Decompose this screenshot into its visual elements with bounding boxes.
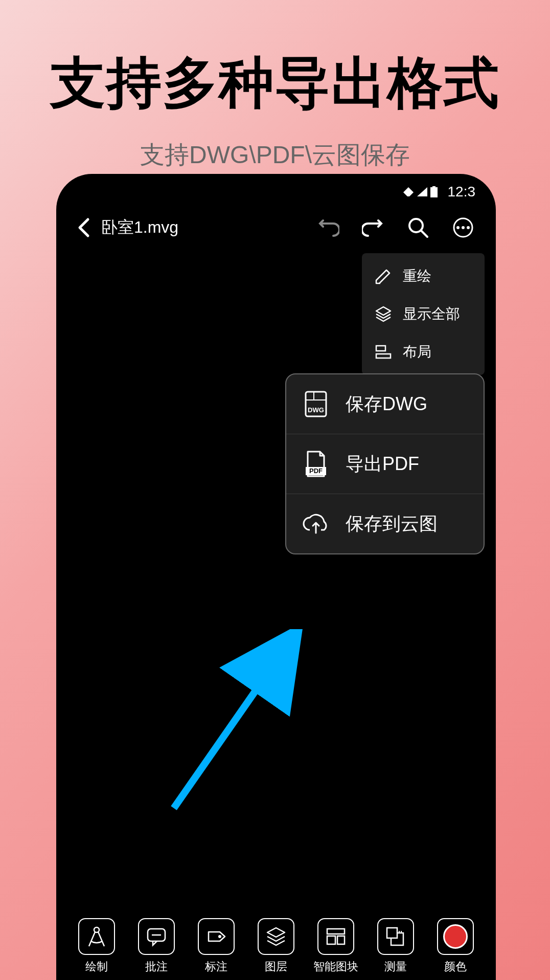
tool-label: 批注 (145, 959, 168, 974)
signal-icon (417, 187, 427, 196)
svg-rect-24 (337, 936, 345, 944)
svg-point-18 (94, 927, 99, 932)
export-menu: DWG 保存DWG PDF 导出PDF 保存到云图 (285, 373, 485, 554)
pencil-icon (374, 267, 393, 285)
dropdown-label: 重绘 (403, 266, 431, 286)
tag-icon (204, 925, 228, 948)
grid-icon (324, 925, 348, 948)
back-button[interactable] (72, 215, 96, 240)
svg-point-6 (462, 226, 465, 229)
tool-measure[interactable]: 测量 (370, 918, 421, 974)
tool-draw[interactable]: 绘制 (71, 918, 122, 974)
cloud-upload-icon (302, 509, 330, 538)
ruler-icon (384, 925, 407, 948)
svg-rect-25 (387, 928, 397, 938)
compass-icon (85, 925, 108, 948)
wifi-icon (403, 187, 414, 196)
dropdown-menu: 重绘 显示全部 布局 (362, 253, 485, 375)
tool-label: 绘制 (85, 959, 108, 974)
status-time: 12:3 (448, 184, 476, 200)
export-item-cloud[interactable]: 保存到云图 (286, 494, 484, 553)
tool-color[interactable]: 颜色 (430, 918, 481, 974)
svg-point-5 (456, 226, 460, 229)
battery-icon (430, 186, 438, 197)
layout-icon (374, 343, 393, 361)
export-label: 保存DWG (346, 392, 427, 417)
svg-text:PDF: PDF (309, 467, 323, 475)
phone-screen: 12:3 卧室1.mvg (61, 179, 491, 977)
status-bar: 12:3 (61, 179, 491, 205)
layers-icon (374, 305, 393, 323)
redo-button[interactable] (361, 215, 385, 240)
tool-label: 智能图块 (313, 959, 358, 974)
app-header: 卧室1.mvg (61, 205, 491, 251)
export-label: 保存到云图 (346, 511, 438, 537)
dwg-file-icon: DWG (302, 390, 330, 418)
tool-blocks[interactable]: 智能图块 (310, 918, 361, 974)
export-label: 导出PDF (346, 452, 419, 477)
page-title: 支持多种导出格式 (0, 46, 550, 121)
svg-line-3 (421, 231, 427, 237)
svg-point-21 (218, 935, 221, 938)
svg-rect-23 (327, 936, 335, 944)
file-name: 卧室1.mvg (101, 216, 178, 239)
dropdown-item-showall[interactable]: 显示全部 (362, 295, 485, 333)
tool-label: 图层 (265, 959, 287, 974)
pdf-file-icon: PDF (302, 450, 330, 478)
search-button[interactable] (406, 215, 430, 240)
dropdown-label: 显示全部 (403, 304, 460, 324)
svg-point-7 (467, 226, 470, 229)
tool-layers[interactable]: 图层 (250, 918, 302, 974)
page-subtitle: 支持DWG\PDF\云图保存 (0, 139, 550, 171)
svg-rect-22 (327, 929, 345, 934)
comment-icon (145, 925, 168, 948)
color-circle-icon (443, 924, 468, 949)
svg-rect-9 (376, 354, 391, 358)
phone-frame: 12:3 卧室1.mvg (56, 174, 496, 980)
tool-comment[interactable]: 批注 (131, 918, 182, 974)
dropdown-item-layout[interactable]: 布局 (362, 333, 485, 371)
layers-stack-icon (264, 925, 288, 948)
tool-label: 颜色 (444, 959, 467, 974)
svg-rect-0 (430, 187, 438, 197)
tool-label: 标注 (205, 959, 227, 974)
dropdown-label: 布局 (403, 342, 431, 362)
bottom-toolbar: 绘制 批注 标注 图层 智能图块 测量 (61, 921, 491, 977)
svg-rect-1 (432, 186, 436, 188)
export-item-dwg[interactable]: DWG 保存DWG (286, 374, 484, 434)
svg-rect-8 (376, 346, 385, 351)
export-item-pdf[interactable]: PDF 导出PDF (286, 434, 484, 494)
dropdown-item-redraw[interactable]: 重绘 (362, 257, 485, 295)
tool-annotate[interactable]: 标注 (191, 918, 242, 974)
more-button[interactable] (451, 215, 475, 240)
status-icons (403, 186, 438, 197)
undo-button[interactable] (316, 215, 340, 240)
tool-label: 测量 (384, 959, 407, 974)
svg-text:DWG: DWG (308, 406, 324, 414)
